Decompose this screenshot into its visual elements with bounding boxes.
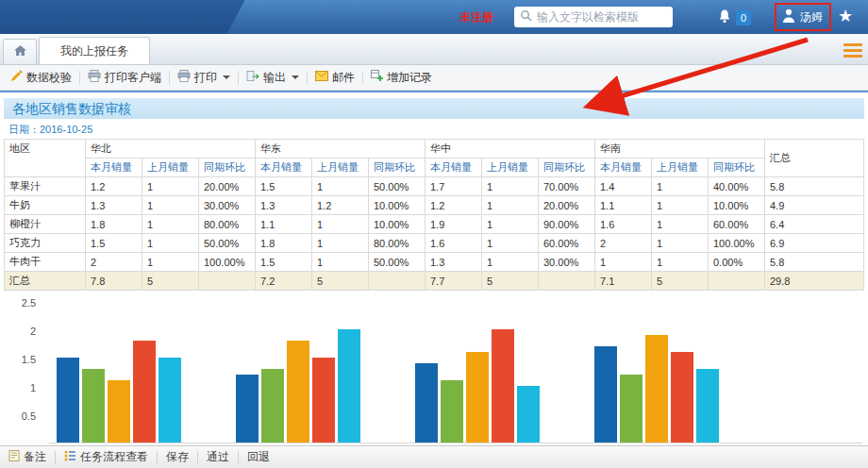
toolbar-separator (79, 71, 80, 85)
data-cell: 1 (142, 253, 199, 272)
remark-button[interactable]: 备注 (0, 446, 55, 468)
add-record-icon (371, 70, 383, 85)
approve-button[interactable]: 通过 (198, 446, 238, 468)
mail-button[interactable]: 邮件 (309, 67, 361, 89)
chart-y-axis: 0.511.522.5 (4, 302, 43, 443)
data-cell: 2 (86, 253, 142, 272)
data-cell: 1.6 (426, 234, 482, 253)
data-cell: 1 (482, 215, 539, 234)
notification-bell-icon[interactable] (717, 8, 732, 27)
bar-柳橙汁-华东 (108, 380, 130, 443)
username-label: 汤姆 (800, 9, 823, 25)
data-cell: 1 (142, 215, 199, 234)
reject-label: 回退 (247, 449, 270, 465)
print-client-label: 打印客户端 (105, 70, 161, 86)
data-cell: 50.00% (369, 177, 426, 196)
active-tab-label: 我的上报任务 (60, 43, 128, 59)
data-cell: 7.7 (426, 272, 482, 291)
add-record-button[interactable]: 增加记录 (364, 67, 439, 89)
data-cell: 1 (312, 177, 369, 196)
data-cell: 20.00% (199, 177, 256, 196)
notification-count-badge[interactable]: 0 (736, 10, 751, 25)
data-cell: 100.00% (709, 234, 765, 253)
y-axis-tick-label: 0.5 (4, 410, 36, 422)
hamburger-menu-icon[interactable] (843, 43, 862, 58)
data-cell: 5 (652, 272, 709, 291)
table-row: 牛肉干21100.00%1.5150.00%1.3130.00%110.00%5… (5, 253, 864, 272)
export-button[interactable]: 输出 (240, 67, 306, 89)
table-total-row: 汇总7.857.257.757.1529.8 (5, 272, 864, 291)
data-cell: 1 (652, 215, 709, 234)
data-cell: 1.3 (426, 253, 482, 272)
template-search-box[interactable] (514, 7, 673, 27)
bar-苹果汁-华中 (594, 346, 617, 443)
favorites-star-icon[interactable]: ★ (838, 6, 853, 26)
data-cell: 0.00% (709, 253, 765, 272)
task-flow-button[interactable]: 任务流程查看 (56, 446, 157, 468)
tab-bar: 我的上报任务 (0, 34, 868, 65)
data-cell: 7.2 (256, 272, 312, 291)
bar-苹果汁-华东 (57, 358, 79, 443)
tab-my-report-tasks[interactable]: 我的上报任务 (39, 37, 150, 64)
data-cell: 1 (482, 196, 539, 215)
home-tab[interactable] (3, 39, 37, 64)
report-table-body: 苹果汁1.2120.00%1.5150.00%1.7170.00%1.4140.… (5, 177, 864, 291)
data-cell (369, 272, 426, 291)
metric-header: 同期环比 (539, 159, 595, 177)
data-cell: 1.5 (86, 234, 142, 253)
total-column-header: 汇总 (765, 140, 864, 177)
table-row: 牛奶1.3130.00%1.31.210.00%1.2120.00%1.1110… (5, 196, 864, 215)
y-axis-tick-label: 2 (4, 326, 36, 337)
data-cell: 1 (595, 253, 652, 272)
app-topbar: 未注册 0 汤姆 ★ (0, 0, 868, 34)
data-cell: 7.1 (595, 272, 652, 291)
bar-牛奶-华南 (441, 380, 463, 443)
bar-牛奶-华东 (82, 369, 105, 443)
reject-button[interactable]: 回退 (239, 446, 278, 468)
bar-牛肉干-华东 (159, 358, 181, 443)
metric-header: 同期环比 (199, 159, 256, 177)
home-icon (13, 44, 27, 59)
chevron-down-icon (292, 75, 299, 79)
user-account[interactable]: 汤姆 (781, 8, 823, 26)
bar-group-华东 (57, 341, 181, 443)
task-flow-label: 任务流程查看 (80, 449, 148, 465)
data-cell (539, 272, 595, 291)
metric-header: 本月销量 (256, 159, 312, 177)
toolbar-separator (169, 71, 170, 85)
pencil-check-icon (10, 70, 23, 85)
sales-bar-chart: 0.511.522.5 (4, 292, 862, 443)
data-cell: 20.00% (539, 196, 595, 215)
save-button[interactable]: 保存 (158, 446, 197, 468)
export-label: 输出 (263, 70, 286, 86)
data-cell: 4.9 (765, 196, 864, 215)
data-cell: 1.8 (256, 234, 312, 253)
data-cell: 90.00% (539, 215, 595, 234)
bar-柳橙汁-华中 (645, 335, 668, 443)
chart-plot (49, 302, 862, 443)
report-toolbar: 数据校验 打印客户端 打印 输出 邮件 增加记录 (0, 65, 868, 91)
row-label-cell: 牛肉干 (5, 253, 86, 272)
print-button[interactable]: 打印 (171, 67, 237, 89)
data-cell: 5 (482, 272, 539, 291)
note-icon (8, 450, 20, 464)
bar-牛奶-华中 (620, 375, 643, 443)
search-input[interactable] (537, 10, 667, 24)
add-record-label: 增加记录 (387, 70, 432, 86)
approve-label: 通过 (207, 449, 229, 465)
data-cell: 1 (312, 215, 369, 234)
y-axis-tick-label: 1 (4, 382, 36, 393)
data-validate-button[interactable]: 数据校验 (4, 67, 78, 89)
data-cell: 1 (312, 234, 369, 253)
data-cell: 1.2 (312, 196, 369, 215)
print-client-button[interactable]: 打印客户端 (81, 67, 168, 89)
data-cell: 1 (482, 234, 539, 253)
table-row: 柳橙汁1.8180.00%1.1110.00%1.9190.00%1.6160.… (5, 215, 864, 234)
bar-巧克力-华南 (492, 329, 514, 443)
data-cell: 5.8 (765, 253, 864, 272)
print-label: 打印 (194, 70, 217, 86)
data-cell: 50.00% (199, 234, 256, 253)
row-label-cell: 汇总 (5, 272, 86, 291)
group-header-south: 华南 (595, 140, 765, 159)
bar-牛奶-华北 (261, 369, 284, 443)
